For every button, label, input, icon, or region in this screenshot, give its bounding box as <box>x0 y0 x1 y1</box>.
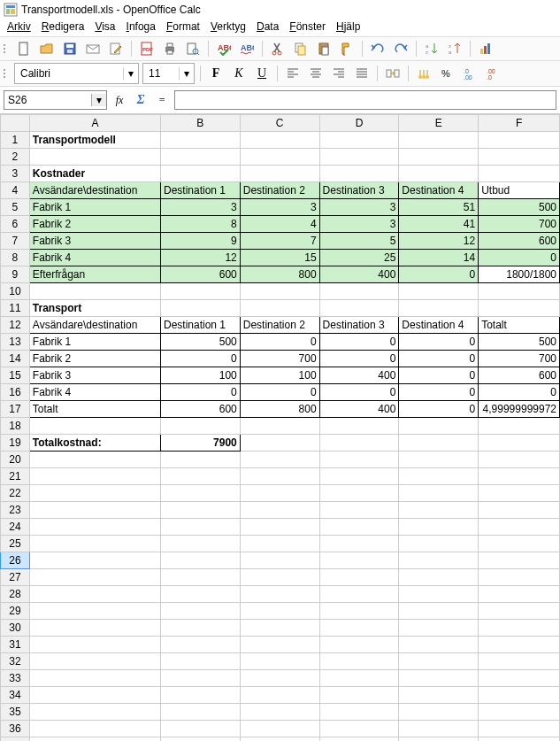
cell-reference-box[interactable]: S26 ▾ <box>4 90 107 110</box>
cell-F14[interactable]: 700 <box>479 351 560 367</box>
cell-F13[interactable]: 500 <box>479 334 560 351</box>
column-header-B[interactable]: B <box>160 115 240 132</box>
font-size-dropdown[interactable]: 11 ▾ <box>142 63 195 84</box>
cell-E20[interactable] <box>399 452 479 468</box>
cell-D11[interactable] <box>319 300 399 317</box>
cell-F7[interactable]: 600 <box>479 233 560 250</box>
cell-F12[interactable]: Totalt <box>479 317 560 334</box>
paste-icon[interactable] <box>314 39 334 58</box>
sheet-grid[interactable]: ABCDEF1Transportmodell23Kostnader4Avsänd… <box>0 114 560 741</box>
cell-E9[interactable]: 0 <box>399 266 479 283</box>
cell-F4[interactable]: Utbud <box>479 182 560 199</box>
cell-E12[interactable]: Destination 4 <box>399 317 479 334</box>
row-header-21[interactable]: 21 <box>1 468 30 485</box>
cell-E22[interactable] <box>399 485 479 502</box>
cell-A27[interactable] <box>29 569 160 586</box>
cell-A34[interactable] <box>29 687 160 704</box>
cell-A31[interactable] <box>29 637 160 653</box>
menu-verktyg[interactable]: Verktyg <box>211 20 246 33</box>
row-header-14[interactable]: 14 <box>1 351 30 367</box>
cell-D17[interactable]: 400 <box>319 401 399 418</box>
cell-B3[interactable] <box>160 166 240 182</box>
cell-F10[interactable] <box>479 283 560 300</box>
cell-D31[interactable] <box>319 637 399 653</box>
cell-B10[interactable] <box>160 283 240 300</box>
cell-A22[interactable] <box>29 485 160 502</box>
menu-arkiv[interactable]: Arkiv <box>7 20 31 33</box>
cell-D25[interactable] <box>319 536 399 552</box>
cell-F28[interactable] <box>479 586 560 603</box>
cell-A33[interactable] <box>29 670 160 687</box>
select-all-corner[interactable] <box>1 115 30 132</box>
cell-A12[interactable]: Avsändare\destination <box>29 317 160 334</box>
bold-button[interactable]: F <box>206 64 226 83</box>
cell-B22[interactable] <box>160 485 240 502</box>
cell-F6[interactable]: 700 <box>479 216 560 233</box>
percent-icon[interactable]: % <box>437 64 456 83</box>
cell-D34[interactable] <box>319 687 399 704</box>
cell-B18[interactable] <box>160 418 240 435</box>
row-header-26[interactable]: 26 <box>1 552 30 569</box>
sort-desc-icon[interactable]: za <box>445 39 464 58</box>
cell-B28[interactable] <box>160 586 240 603</box>
cell-D6[interactable]: 3 <box>319 216 399 233</box>
underline-button[interactable]: U <box>252 64 272 83</box>
cell-B16[interactable]: 0 <box>160 384 240 401</box>
cell-D14[interactable]: 0 <box>319 351 399 367</box>
column-header-C[interactable]: C <box>240 115 319 132</box>
row-header-6[interactable]: 6 <box>1 216 30 233</box>
cell-E5[interactable]: 51 <box>399 199 479 216</box>
row-header-36[interactable]: 36 <box>1 721 30 737</box>
cell-A4[interactable]: Avsändare\destination <box>29 182 160 199</box>
cell-E27[interactable] <box>399 569 479 586</box>
cell-A7[interactable]: Fabrik 3 <box>29 233 160 250</box>
format-paint-icon[interactable] <box>337 39 357 58</box>
cell-D24[interactable] <box>319 519 399 536</box>
cell-A13[interactable]: Fabrik 1 <box>29 334 160 351</box>
row-header-33[interactable]: 33 <box>1 670 30 687</box>
cell-A16[interactable]: Fabrik 4 <box>29 384 160 401</box>
cell-B24[interactable] <box>160 519 240 536</box>
cell-B36[interactable] <box>160 721 240 737</box>
align-left-icon[interactable] <box>283 64 303 83</box>
cell-E11[interactable] <box>399 300 479 317</box>
cell-E2[interactable] <box>399 149 479 166</box>
cell-E30[interactable] <box>399 620 479 637</box>
redo-icon[interactable] <box>391 39 410 58</box>
cell-B30[interactable] <box>160 620 240 637</box>
cell-F24[interactable] <box>479 519 560 536</box>
cell-E4[interactable]: Destination 4 <box>399 182 479 199</box>
cell-F5[interactable]: 500 <box>479 199 560 216</box>
cell-B20[interactable] <box>160 452 240 468</box>
cell-E14[interactable]: 0 <box>399 351 479 367</box>
row-header-22[interactable]: 22 <box>1 485 30 502</box>
cell-C35[interactable] <box>240 704 319 721</box>
cell-B1[interactable] <box>160 132 240 149</box>
row-header-29[interactable]: 29 <box>1 603 30 620</box>
auto-spellcheck-icon[interactable]: ABC <box>237 39 257 58</box>
cell-F34[interactable] <box>479 687 560 704</box>
cell-E19[interactable] <box>399 435 479 452</box>
cell-A19[interactable]: Totalkostnad: <box>29 435 160 452</box>
merge-cells-icon[interactable] <box>383 64 403 83</box>
cell-E24[interactable] <box>399 519 479 536</box>
cell-A14[interactable]: Fabrik 2 <box>29 351 160 367</box>
cell-B11[interactable] <box>160 300 240 317</box>
cell-A9[interactable]: Efterfrågan <box>29 266 160 283</box>
cell-B21[interactable] <box>160 468 240 485</box>
cell-E25[interactable] <box>399 536 479 552</box>
cell-D13[interactable]: 0 <box>319 334 399 351</box>
menu-fonster[interactable]: Fönster <box>289 20 326 33</box>
cell-D3[interactable] <box>319 166 399 182</box>
cell-D12[interactable]: Destination 3 <box>319 317 399 334</box>
row-header-19[interactable]: 19 <box>1 435 30 452</box>
menu-infoga[interactable]: Infoga <box>127 20 156 33</box>
cell-D5[interactable]: 3 <box>319 199 399 216</box>
cell-A30[interactable] <box>29 620 160 637</box>
cell-D8[interactable]: 25 <box>319 250 399 266</box>
row-header-5[interactable]: 5 <box>1 199 30 216</box>
cell-E8[interactable]: 14 <box>399 250 479 266</box>
cell-C15[interactable]: 100 <box>240 367 319 384</box>
copy-icon[interactable] <box>291 39 311 58</box>
cell-E16[interactable]: 0 <box>399 384 479 401</box>
